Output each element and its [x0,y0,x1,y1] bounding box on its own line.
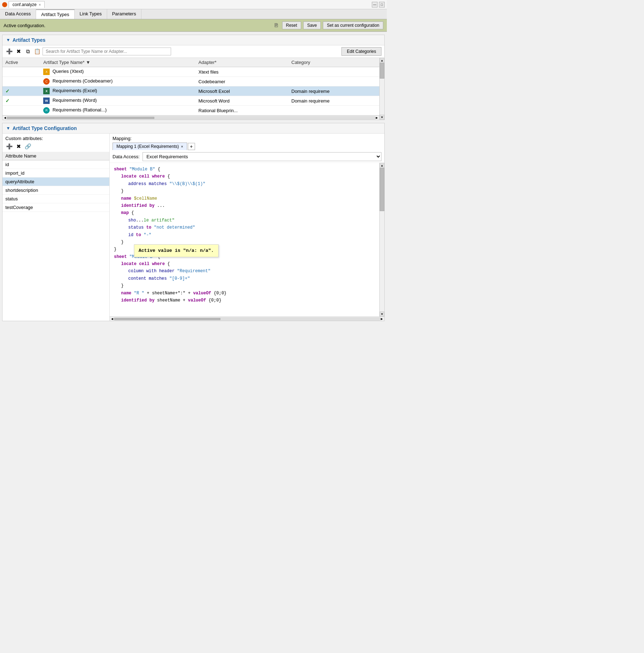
table-row[interactable]: ✓ W Requirements (Word) Microsoft Word D… [3,96,379,106]
active-cell: ✓ [3,86,40,96]
artifact-name: Requirements (Excel) [53,88,97,93]
category-cell [289,77,379,86]
code-line: } [114,188,372,195]
code-scroll-right-btn[interactable]: ► [380,317,384,321]
attr-name: queryAttribute [3,178,109,186]
scroll-v-thumb[interactable] [380,63,384,79]
reset-button[interactable]: Reset [282,21,301,29]
set-current-button[interactable]: Set as current configuration [323,21,383,29]
table-row[interactable]: X Queries (Xtext) Xtext files [3,67,379,77]
col-name[interactable]: Artifact Type Name* ▼ [40,58,195,67]
artifact-config-section: ▼ Artifact Type Configuration Custom att… [2,123,385,321]
table-row[interactable]: ✓ X Requirements (Excel) Microsoft Excel… [3,86,379,96]
active-cell: ✓ [3,96,40,106]
table-row[interactable]: C Requirements (Codebeamer) Codebeamer [3,77,379,86]
attr-name: shortdescription [3,186,109,195]
copy-artifact-button[interactable]: ⧉ [24,48,32,55]
adapter-cell: Microsoft Word [196,96,289,106]
scroll-thumb[interactable] [7,117,154,119]
code-scroll-thumb[interactable] [114,318,220,320]
tab-parameters[interactable]: Parameters [107,9,141,19]
code-line: id to "-" [114,231,372,239]
code-horizontal-scrollbar[interactable]: ◄ ► [110,316,384,321]
data-access-select[interactable]: Excel Requirements [143,152,381,161]
code-line: sheet "Module B" { [114,166,372,173]
string: "\\$(B)\\$(1)" [169,181,205,186]
add-artifact-button[interactable]: ➕ [5,48,13,55]
tab-link-types[interactable]: Link Types [75,9,107,19]
variable: $cellName [134,196,157,201]
scroll-left-btn[interactable]: ◄ [3,116,7,120]
horizontal-scrollbar[interactable]: ◄ ► [3,115,379,120]
add-mapping-button[interactable]: + [188,143,195,150]
artifact-types-title: Artifact Types [13,37,45,43]
tab-data-access[interactable]: Data Access [0,9,36,19]
codebeamer-icon: C [43,78,50,85]
scroll-down-btn[interactable]: ▼ [380,115,384,120]
active-cell [3,106,40,115]
code-editor-container: Active value is "n/a: n/a". sheet "Modul… [110,163,384,316]
code-text: ... [136,218,144,223]
adapter-cell: Xtext files [196,67,289,77]
scroll-right-btn[interactable]: ► [375,116,379,120]
search-input[interactable] [43,48,171,55]
paste-artifact-button[interactable]: 📋 [33,48,41,55]
keyword: sheet [114,254,127,259]
code-line: map { [114,209,372,216]
save-button[interactable]: Save [303,21,321,29]
keyword: map [121,210,129,215]
list-item[interactable]: testCoverage [3,203,109,212]
config-status-text: Active configuration. [4,23,272,28]
code-scroll-up-btn[interactable]: ▲ [380,163,384,168]
artifact-types-toolbar: ➕ ✖ ⧉ 📋 Edit Categories [3,45,384,58]
code-line: content matches "[0-9]+" [114,275,372,282]
scroll-v-track[interactable] [380,63,384,115]
mapping-tab-close[interactable]: × [181,145,183,149]
delete-attr-button[interactable]: ✖ [15,143,23,150]
code-scroll-left-btn[interactable]: ◄ [110,317,114,321]
artifact-table-wrapper[interactable]: Active Artifact Type Name* ▼ Adapter* Ca… [3,58,379,115]
edit-categories-button[interactable]: Edit Categories [341,47,381,56]
keyword: name [121,291,131,296]
keyword: to [146,225,151,230]
title-tab-close[interactable]: × [39,3,41,7]
code-editor[interactable]: Active value is "n/a: n/a". sheet "Modul… [110,163,379,316]
custom-attributes-panel: Custom attributes: ➕ ✖ 🔗 Attribute Name … [3,134,110,321]
code-scroll-v-thumb[interactable] [380,168,384,211]
code-line: locate cell where { [114,260,372,268]
maximize-button[interactable]: □ [379,2,385,8]
list-item[interactable]: shortdescription [3,186,109,195]
minimize-button[interactable]: — [372,2,378,8]
code-vertical-scrollbar[interactable]: ▲ ▼ [379,163,384,316]
list-item[interactable]: id [3,160,109,169]
mapping-tabs: Mapping 1 (Excel Requirements) × + [110,142,384,151]
add-attr-button[interactable]: ➕ [5,143,13,150]
mapping-tab-1[interactable]: Mapping 1 (Excel Requirements) × [113,143,187,150]
delete-artifact-button[interactable]: ✖ [15,48,23,55]
tab-artifact-types[interactable]: Artifact Types [36,9,75,19]
title-tab[interactable]: conf.analyze × [9,1,45,8]
link-attr-button[interactable]: 🔗 [24,143,32,150]
list-item[interactable]: import_id [3,169,109,178]
list-item[interactable]: queryAttribute [3,178,109,186]
keyword: locate cell where [121,174,165,179]
table-row[interactable]: R Requirements (Rational...) Rational Bl… [3,106,379,115]
category-cell [289,67,379,77]
artifact-types-header[interactable]: ▼ Artifact Types [3,35,384,45]
code-scroll-track[interactable] [114,318,380,320]
code-scroll-v-track[interactable] [380,168,384,311]
mapping-label: Mapping: [110,134,384,142]
artifact-config-header[interactable]: ▼ Artifact Type Configuration [3,123,384,134]
list-item[interactable]: status [3,195,109,203]
keyword: sho [128,218,136,223]
keyword: to [136,233,141,238]
scroll-up-btn[interactable]: ▲ [380,58,384,63]
adapter-cell: Codebeamer [196,77,289,86]
string: "-" [144,233,151,238]
code-scroll-down-btn[interactable]: ▼ [380,311,384,316]
vertical-scrollbar[interactable]: ▲ ▼ [379,58,384,120]
string: "[0-9]+" [169,276,190,281]
scroll-track[interactable] [7,116,375,119]
keyword: content matches [128,276,167,281]
config-icon-button[interactable]: 🖹 [272,21,280,29]
